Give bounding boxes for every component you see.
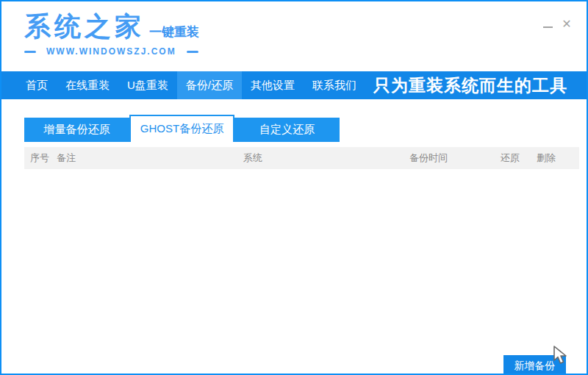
column-header-system: 系统 — [243, 147, 262, 169]
app-window: 系统之家 一键重装 WWW.WINDOWSZJ.COM ✕ 首页 在线重装 U盘… — [0, 0, 588, 375]
dash-line-left — [24, 51, 36, 53]
logo-tagline: 一键重装 — [149, 26, 199, 38]
nav-item-backup-restore[interactable]: 备份/还原 — [177, 71, 242, 99]
column-header-note: 备注 — [57, 147, 76, 169]
backup-tabs: 增量备份还原 GHOST备份还原 自定义还原 — [24, 115, 587, 142]
minimize-button[interactable] — [538, 16, 557, 32]
window-controls: ✕ — [538, 16, 576, 32]
minimize-icon — [543, 26, 553, 28]
tab-custom-restore[interactable]: 自定义还原 — [234, 118, 340, 142]
nav-item-other-settings[interactable]: 其他设置 — [242, 71, 304, 99]
column-header-restore: 还原 — [501, 147, 520, 169]
column-header-backup-time: 备份时间 — [409, 147, 448, 169]
nav-item-home[interactable]: 首页 — [17, 71, 57, 99]
tab-ghost-backup[interactable]: GHOST备份还原 — [129, 115, 234, 142]
website-row: WWW.WINDOWSZJ.COM — [24, 46, 199, 57]
nav-slogan: 只为重装系统而生的工具 — [373, 71, 567, 99]
close-button[interactable]: ✕ — [557, 16, 576, 32]
nav-item-contact-us[interactable]: 联系我们 — [304, 71, 365, 99]
logo-text: 系统之家 — [24, 13, 145, 40]
close-icon: ✕ — [562, 18, 571, 30]
column-header-index: 序号 — [30, 147, 49, 169]
titlebar: 系统之家 一键重装 WWW.WINDOWSZJ.COM ✕ — [1, 1, 587, 71]
dash-line-right — [187, 51, 198, 53]
website-text: WWW.WINDOWSZJ.COM — [46, 46, 176, 57]
backup-table-header: 序号 备注 系统 备份时间 还原 删除 — [24, 147, 579, 169]
add-backup-button[interactable]: 新增备份 — [503, 355, 566, 375]
content-area: 增量备份还原 GHOST备份还原 自定义还原 序号 备注 系统 备份时间 还原 … — [1, 115, 587, 375]
backup-table-body — [24, 169, 579, 335]
tab-incremental-backup[interactable]: 增量备份还原 — [24, 118, 129, 142]
main-nav: 首页 在线重装 U盘重装 备份/还原 其他设置 联系我们 只为重装系统而生的工具 — [1, 71, 587, 99]
nav-item-usb-reinstall[interactable]: U盘重装 — [118, 71, 177, 99]
column-header-delete: 删除 — [537, 147, 556, 169]
brand-logo: 系统之家 一键重装 WWW.WINDOWSZJ.COM — [24, 13, 199, 57]
nav-item-online-reinstall[interactable]: 在线重装 — [57, 71, 118, 99]
